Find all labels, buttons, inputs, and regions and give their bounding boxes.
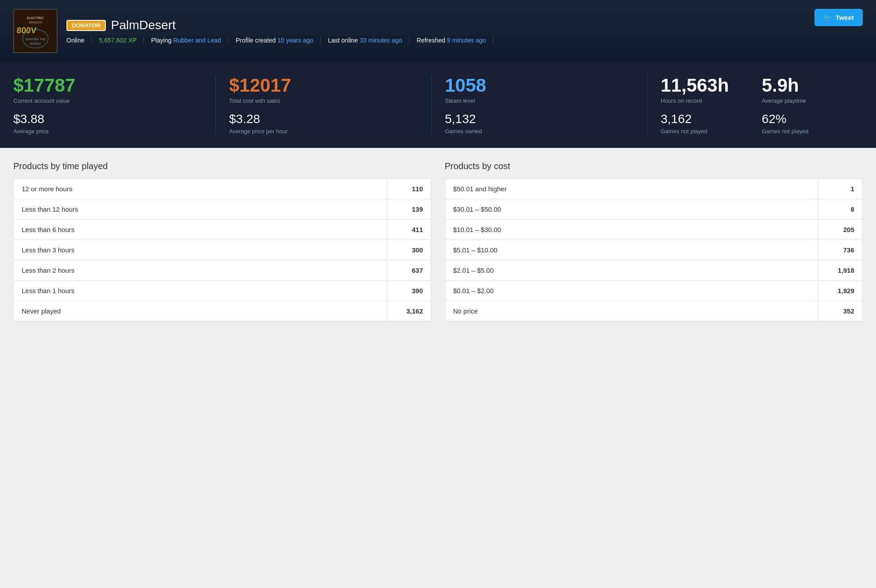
svg-text:800V: 800V (16, 26, 37, 35)
row-label: $30.01 – $50.00 (445, 199, 818, 220)
tweet-button[interactable]: 🐦 Tweet (814, 9, 863, 26)
total-cost-block: $12017 Total cost with sales $3.28 Avera… (216, 75, 431, 135)
table-row: Less than 12 hours139 (14, 199, 431, 220)
row-value: 736 (818, 240, 863, 260)
row-label: Less than 2 hours (14, 260, 387, 281)
row-value: 139 (387, 199, 431, 220)
table-row: Less than 1 hours390 (14, 281, 431, 301)
playing-stat: Playing Rubber and Lead (144, 37, 229, 44)
lastonline-value: 33 minutes ago (360, 37, 402, 44)
tables-section: Products by time played 12 or more hours… (0, 148, 876, 335)
row-value: 1,929 (818, 281, 863, 301)
refreshed-stat: Refreshed 9 minutes ago (410, 37, 493, 44)
table-row: Less than 3 hours300 (14, 240, 431, 260)
table-row: No price352 (445, 301, 863, 321)
row-label: $5.01 – $10.00 (445, 240, 818, 260)
row-label: Less than 6 hours (14, 220, 387, 240)
header-info: DONATOR PalmDesert Online 5,657,602 XP P… (66, 18, 806, 44)
header-name-row: DONATOR PalmDesert (66, 18, 806, 32)
products-by-time-title: Products by time played (13, 161, 431, 171)
avg-playtime-label: Average playtime (762, 97, 849, 104)
row-value: 352 (818, 301, 863, 321)
steam-level: 1058 (445, 75, 634, 96)
avatar: ELECTRIC DRAGON 800V SHAKING THE WORLD (13, 9, 58, 53)
table-row: Less than 6 hours411 (14, 220, 431, 240)
games-not-played-pct-item: 62% Games not played (762, 112, 849, 135)
account-value-block: $17787 Current account value $3.88 Avera… (13, 75, 216, 135)
table-row: Less than 2 hours637 (14, 260, 431, 281)
avg-price: $3.88 (13, 112, 202, 126)
row-value: 3,162 (387, 301, 431, 321)
avg-per-hour-label: Average price per hour (229, 128, 418, 135)
svg-text:SHAKING THE: SHAKING THE (25, 38, 46, 41)
profile-stat: Profile created 10 years ago (229, 37, 321, 44)
svg-text:WORLD: WORLD (30, 42, 41, 45)
row-label: Less than 3 hours (14, 240, 387, 260)
hours-record-label: Hours on record (661, 97, 748, 104)
games-owned: 5,132 (445, 112, 634, 126)
products-by-cost-container: Products by cost $50.01 and higher1$30.0… (445, 161, 863, 321)
tweet-label: Tweet (836, 14, 854, 21)
account-value-label: Current account value (13, 97, 202, 104)
account-value: $17787 (13, 75, 202, 96)
games-not-played: 3,162 (661, 112, 748, 126)
header: ELECTRIC DRAGON 800V SHAKING THE WORLD D… (0, 0, 876, 62)
header-stats: Online 5,657,602 XP Playing Rubber and L… (66, 37, 806, 44)
games-not-played-label: Games not played (661, 128, 748, 135)
table-row: $50.01 and higher1 (445, 179, 863, 199)
avg-per-hour: $3.28 (229, 112, 418, 126)
lastonline-stat: Last online 33 minutes ago (321, 37, 409, 44)
products-by-cost-table: $50.01 and higher1$30.01 – $50.008$10.01… (445, 178, 863, 321)
xp-stat: 5,657,602 XP (92, 37, 144, 44)
table-row: $10.01 – $30.00205 (445, 220, 863, 240)
total-cost-label: Total cost with sales (229, 97, 418, 104)
twitter-icon: 🐦 (823, 13, 832, 22)
donator-badge: DONATOR (66, 20, 106, 31)
stats-bar: $17787 Current account value $3.88 Avera… (0, 62, 876, 148)
games-not-played-pct: 62% (762, 112, 849, 126)
products-by-cost-title: Products by cost (445, 161, 863, 171)
username: PalmDesert (111, 18, 176, 32)
table-row: 12 or more hours110 (14, 179, 431, 199)
hours-record: 11,563h (661, 75, 748, 96)
row-value: 300 (387, 240, 431, 260)
table-row: $30.01 – $50.008 (445, 199, 863, 220)
svg-text:DRAGON: DRAGON (29, 21, 42, 24)
row-value: 411 (387, 220, 431, 240)
playing-value: Rubber and Lead (173, 37, 221, 44)
products-by-time-container: Products by time played 12 or more hours… (13, 161, 431, 321)
games-not-played-pct-label: Games not played (762, 128, 849, 135)
hours-block: 11,563h Hours on record 5.9h Average pla… (647, 75, 863, 135)
xp-value: 5,657,602 XP (99, 37, 136, 44)
profile-value: 10 years ago (278, 37, 314, 44)
row-label: $0.01 – $2.00 (445, 281, 818, 301)
products-by-time-table: 12 or more hours110Less than 12 hours139… (13, 178, 431, 321)
games-not-played-item: 3,162 Games not played (661, 112, 748, 135)
row-value: 205 (818, 220, 863, 240)
svg-text:ELECTRIC: ELECTRIC (27, 16, 44, 20)
row-value: 390 (387, 281, 431, 301)
steam-level-label: Steam level (445, 97, 634, 104)
games-owned-label: Games owned (445, 128, 634, 135)
games-not-played-pair: 3,162 Games not played 62% Games not pla… (661, 112, 849, 135)
row-label: Less than 12 hours (14, 199, 387, 220)
hours-record-item: 11,563h Hours on record (661, 75, 748, 112)
steam-level-block: 1058 Steam level 5,132 Games owned (432, 75, 647, 135)
avg-playtime-item: 5.9h Average playtime (762, 75, 849, 112)
status-stat: Online (66, 37, 92, 44)
row-label: $50.01 and higher (445, 179, 818, 199)
row-value: 1 (818, 179, 863, 199)
avg-playtime: 5.9h (762, 75, 849, 96)
row-label: Never played (14, 301, 387, 321)
hours-pair: 11,563h Hours on record 5.9h Average pla… (661, 75, 849, 112)
avg-price-label: Average price (13, 128, 202, 135)
row-label: $2.01 – $5.00 (445, 260, 818, 281)
row-label: 12 or more hours (14, 179, 387, 199)
table-row: $0.01 – $2.001,929 (445, 281, 863, 301)
table-row: $5.01 – $10.00736 (445, 240, 863, 260)
row-label: No price (445, 301, 818, 321)
total-cost: $12017 (229, 75, 418, 96)
refreshed-value: 9 minutes ago (447, 37, 486, 44)
table-row: Never played3,162 (14, 301, 431, 321)
row-value: 110 (387, 179, 431, 199)
